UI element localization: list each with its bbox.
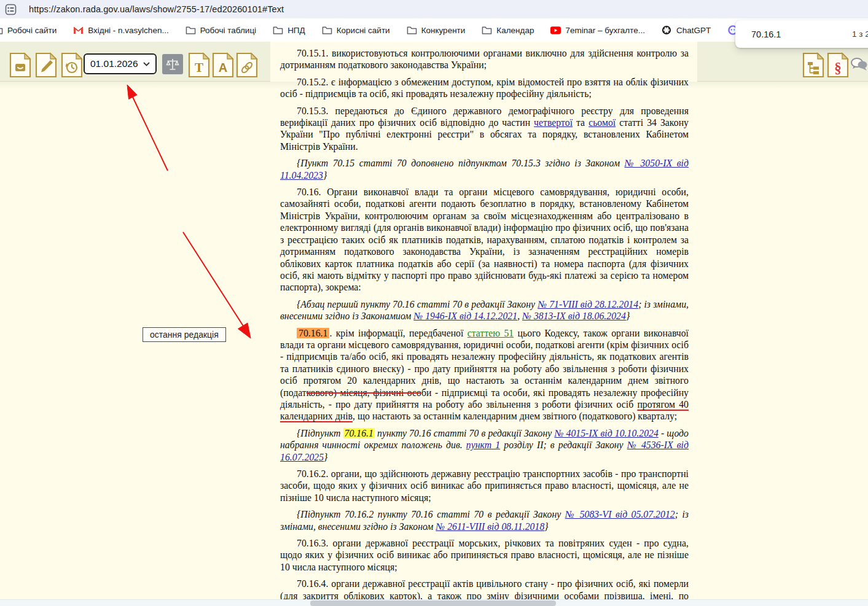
- law-link[interactable]: статтею 51: [467, 328, 514, 338]
- red-arrow-to-date: [127, 85, 168, 171]
- gmail-icon: [73, 25, 84, 36]
- chatgpt-icon: [662, 25, 672, 36]
- bookmark-item[interactable]: Корисні сайти: [322, 25, 390, 36]
- bookmark-item[interactable]: НПД: [273, 25, 305, 36]
- document-paragraph-icon[interactable]: §: [826, 52, 850, 78]
- bookmark-label: ChatGPT: [676, 26, 711, 35]
- document-text-icon[interactable]: T: [187, 52, 211, 78]
- law-link[interactable]: сьомої: [588, 117, 616, 128]
- document-font-icon[interactable]: A: [211, 52, 235, 78]
- tooltip-last-edition: остання редакція: [143, 327, 226, 342]
- text-segment: 70.16.2. органи, що здійснюють державну …: [280, 468, 689, 503]
- svg-text:§: §: [834, 60, 842, 76]
- editorial-note-paragraph: {Підпункт 70.16.2 пункту 70.16 статті 70…: [280, 508, 689, 532]
- highlighted-term: 70.16.1: [297, 328, 329, 338]
- folder-icon: [273, 25, 283, 36]
- text-segment: }: [626, 311, 630, 321]
- text-segment: , що настають за останнім календарним дн…: [353, 411, 677, 421]
- horizontal-scrollbar[interactable]: [0, 599, 868, 606]
- bookmark-label: Робочі таблиці: [200, 26, 256, 35]
- folder-icon: [482, 25, 492, 36]
- text-segment: 70.16.4. органи державної реєстрації акт…: [280, 578, 689, 600]
- bookmark-label: Робочі сайти: [7, 26, 57, 35]
- document-structure-icon[interactable]: [802, 52, 825, 78]
- highlighted-term: 70.16.1: [343, 428, 375, 438]
- url-bar[interactable]: https://zakon.rada.gov.ua/laws/show/2755…: [0, 0, 868, 18]
- effective-date-select[interactable]: 01.01.2026: [84, 53, 157, 74]
- editorial-note-paragraph: {Пункт 70.15 статті 70 доповнено підпунк…: [280, 157, 689, 181]
- bookmark-label: 7eminar – бухгалте...: [565, 26, 645, 35]
- bookmark-label: Календар: [496, 26, 534, 35]
- law-link[interactable]: № 3813-IX від 18.06.2024: [522, 311, 626, 321]
- law-paragraph: 70.15.3. передаються до Єдиного державно…: [280, 105, 689, 153]
- text-segment: 70.16. Органи виконавчої влади та органи…: [280, 187, 689, 292]
- text-segment: {Підпункт: [297, 428, 343, 438]
- text-segment: }: [323, 170, 327, 181]
- folder-icon: [0, 25, 3, 36]
- text-segment: розділу II; в редакції Закону: [500, 440, 627, 450]
- chevron-down-icon: [143, 62, 150, 66]
- document-history-icon[interactable]: [60, 52, 84, 78]
- comments-icon[interactable]: [850, 56, 868, 75]
- law-link[interactable]: № 1946-IX від 14.12.2021: [413, 311, 517, 321]
- law-link[interactable]: № 5083-VI від 05.07.2012: [565, 509, 675, 519]
- youtube-icon: [550, 25, 561, 36]
- folder-icon: [186, 25, 196, 36]
- folder-icon: [322, 25, 332, 36]
- scrollbar-thumb[interactable]: [310, 600, 556, 606]
- folder-icon: [407, 25, 417, 36]
- law-paragraph: 70.16.3. органи державної реєстрації мор…: [280, 537, 689, 573]
- law-link[interactable]: № 4015-IX від 10.10.2024: [554, 428, 658, 438]
- law-paragraph: 70.15.2. є інформацією з обмеженим досту…: [280, 76, 689, 100]
- text-segment: ,: [517, 311, 522, 321]
- scales-icon[interactable]: [162, 54, 183, 74]
- bookmark-item[interactable]: ChatGPT: [662, 25, 711, 36]
- text-segment: {Підпункт 70.16.2 пункту 70.16 статті 70…: [297, 509, 565, 519]
- bookmark-item[interactable]: Календар: [482, 25, 534, 36]
- document-text: 70.15.1. використовуються контролюючими …: [270, 42, 697, 600]
- bookmark-item[interactable]: Робочі таблиці: [186, 25, 256, 36]
- bookmark-label: Вхідні - n.vasylchen...: [88, 26, 168, 35]
- bookmark-item[interactable]: 7eminar – бухгалте...: [550, 25, 645, 36]
- find-query-input[interactable]: 70.16.1: [751, 29, 781, 39]
- bookmark-item[interactable]: Вхідні - n.vasylchen...: [73, 25, 168, 36]
- law-paragraph: 70.16. Органи виконавчої влади та органи…: [280, 186, 689, 293]
- text-segment: {Пункт 70.15 статті 70 доповнено підпунк…: [297, 158, 625, 168]
- law-link[interactable]: № 71-VIII від 28.12.2014: [538, 299, 638, 309]
- bookmark-label: Конкуренти: [421, 26, 466, 35]
- effective-date-value: 01.01.2026: [90, 58, 138, 69]
- law-link[interactable]: четвертої: [534, 117, 573, 128]
- browser-window: { "browser": { "url": "https://zakon.rad…: [0, 0, 868, 606]
- editorial-note-paragraph: {Підпункт 70.16.1 пункту 70.16 статті 70…: [280, 427, 689, 463]
- law-paragraph: 70.16.1. крім інформації, передбаченої с…: [280, 327, 689, 422]
- find-in-page-bar[interactable]: 70.16.1 1 з 2: [735, 20, 868, 48]
- text-segment: кового) місяця, фізичні осо: [307, 387, 421, 398]
- url-text[interactable]: https://zakon.rada.gov.ua/laws/show/2755…: [29, 4, 284, 14]
- bookmark-item[interactable]: Робочі сайти: [0, 25, 57, 36]
- bookmark-label: Корисні сайти: [337, 26, 390, 35]
- text-segment: пункту 70.16 статті 70 в редакції Закону: [375, 428, 554, 438]
- find-result-count: 1 з 2: [852, 29, 868, 39]
- bookmark-label: НПД: [287, 26, 305, 35]
- text-segment: та: [573, 117, 588, 128]
- svg-text:A: A: [219, 61, 227, 74]
- text-segment: 70.15.2. є інформацією з обмеженим досту…: [280, 77, 689, 99]
- text-segment: 70.16.3. органи державної реєстрації мор…: [280, 538, 689, 572]
- tab-groups-icon[interactable]: [5, 4, 17, 15]
- editorial-note-paragraph: {Абзац перший пункту 70.16 статті 70 в р…: [280, 298, 689, 322]
- document-link-icon[interactable]: [235, 52, 259, 78]
- law-paragraph: 70.16.4. органи державної реєстрації акт…: [280, 578, 689, 600]
- red-arrow-to-text: [183, 232, 251, 338]
- text-segment: {Абзац перший пункту 70.16 статті 70 в р…: [297, 299, 538, 309]
- law-link[interactable]: пункт 1: [466, 440, 500, 450]
- bookmark-item[interactable]: Конкуренти: [407, 25, 466, 36]
- text-segment: }: [324, 452, 327, 462]
- document-card-icon[interactable]: [9, 52, 32, 78]
- law-paragraph: 70.16.2. органи, що здійснюють державну …: [280, 468, 689, 503]
- law-link[interactable]: № 2611-VIII від 08.11.2018: [436, 521, 544, 532]
- svg-text:T: T: [195, 60, 203, 75]
- text-segment: . крім інформації, передбаченої: [329, 328, 467, 338]
- document-edit-icon[interactable]: [34, 52, 58, 78]
- text-segment: }: [544, 521, 548, 532]
- law-paragraph: 70.15.1. використовуються контролюючими …: [280, 47, 689, 71]
